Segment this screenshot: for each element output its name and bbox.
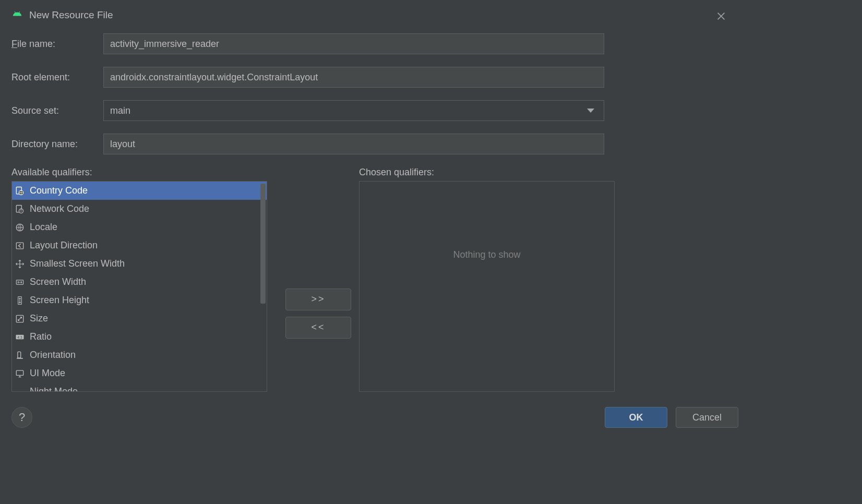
qualifier-item-label: Network Code [30, 203, 89, 214]
svg-rect-5 [16, 243, 23, 249]
form: File name: Root element: Source set: mai… [0, 27, 750, 154]
directory-name-input[interactable] [103, 134, 604, 154]
ratio-icon: 4:3 [14, 331, 26, 343]
qualifier-item[interactable]: Locale [12, 218, 267, 236]
help-button[interactable]: ? [11, 407, 32, 428]
android-icon [11, 9, 23, 21]
titlebar: New Resource File [0, 0, 750, 27]
qualifier-item-label: UI Mode [30, 368, 65, 379]
ok-button[interactable]: OK [605, 407, 667, 428]
file-name-label: File name: [11, 39, 103, 50]
qualifier-item-label: Ratio [30, 331, 52, 342]
close-button[interactable] [715, 10, 727, 22]
doc-globe-icon [14, 185, 26, 197]
scrollbar-thumb[interactable] [260, 184, 266, 304]
orientation-icon [14, 350, 26, 361]
qualifier-item[interactable]: Smallest Screen Width [12, 255, 267, 273]
qualifier-item-label: Screen Width [30, 277, 86, 287]
svg-text:4:3: 4:3 [17, 335, 22, 339]
qualifier-item-label: Orientation [30, 350, 76, 361]
source-set-value: main [110, 105, 130, 116]
qualifier-item[interactable]: UI Mode [12, 364, 267, 382]
expand-icon [14, 313, 26, 325]
root-element-label: Root element: [11, 72, 103, 83]
empty-placeholder: Nothing to show [453, 249, 520, 260]
qualifier-item[interactable]: Network Code [12, 200, 267, 218]
qualifier-item-label: Night Mode [30, 386, 78, 392]
qualifier-item[interactable]: Night Mode [12, 382, 267, 392]
globe-icon [14, 222, 26, 233]
moon-icon [14, 386, 26, 392]
chosen-qualifiers-label: Chosen qualifiers: [359, 167, 615, 178]
qualifier-item[interactable]: Screen Height [12, 291, 267, 309]
directory-name-label: Directory name: [11, 139, 103, 150]
qualifier-item-label: Locale [30, 222, 57, 233]
svg-rect-11 [18, 352, 21, 358]
qualifiers-section: Available qualifiers: Country CodeNetwor… [0, 167, 750, 392]
svg-rect-13 [16, 370, 23, 375]
dialog-title: New Resource File [29, 9, 113, 21]
available-qualifiers-label: Available qualifiers: [11, 167, 278, 178]
cancel-button[interactable]: Cancel [676, 407, 738, 428]
source-set-label: Source set: [11, 105, 103, 116]
svg-rect-12 [17, 358, 23, 359]
arrows-all-icon [14, 258, 26, 270]
desktop-icon [14, 368, 26, 379]
arrows-h-icon [14, 277, 26, 288]
move-left-button[interactable]: << [285, 317, 351, 339]
qualifier-item[interactable]: Orientation [12, 346, 267, 364]
available-qualifiers-listbox[interactable]: Country CodeNetwork CodeLocaleLayout Dir… [11, 181, 267, 392]
arrows-v-icon [14, 295, 26, 306]
qualifier-item-label: Screen Height [30, 295, 89, 306]
new-resource-file-dialog: New Resource File File name: Root elemen… [0, 0, 750, 438]
arrow-left-box-icon [14, 240, 26, 251]
chevron-down-icon [587, 109, 594, 113]
qualifier-item[interactable]: 4:3Ratio [12, 328, 267, 346]
source-set-select[interactable]: main [103, 100, 604, 121]
qualifier-item[interactable]: Screen Width [12, 273, 267, 291]
file-name-input[interactable] [103, 33, 604, 54]
qualifier-item-label: Layout Direction [30, 240, 98, 251]
qualifier-item-label: Smallest Screen Width [30, 258, 125, 269]
root-element-input[interactable] [103, 67, 604, 88]
qualifier-item[interactable]: Layout Direction [12, 236, 267, 255]
chosen-qualifiers-listbox[interactable]: Nothing to show [359, 181, 615, 392]
qualifier-item-label: Country Code [30, 185, 88, 196]
doc-net-icon [14, 203, 26, 215]
qualifier-item[interactable]: Country Code [12, 182, 267, 200]
dialog-footer: ? OK Cancel [0, 407, 750, 428]
qualifier-item[interactable]: Size [12, 309, 267, 328]
move-right-button[interactable]: >> [285, 289, 351, 310]
qualifier-item-label: Size [30, 313, 48, 324]
